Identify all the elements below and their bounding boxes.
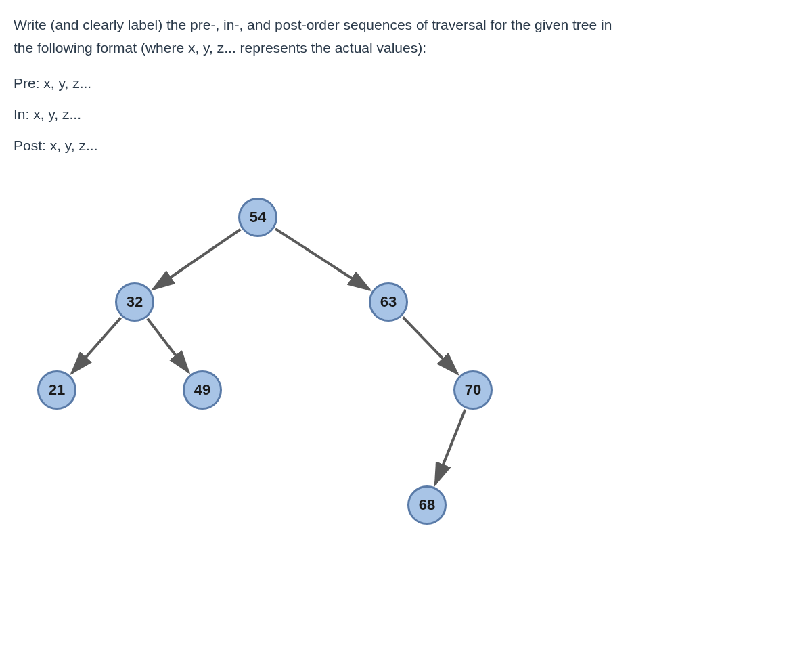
tree-diagram: 54326321497068 [20, 194, 528, 560]
tree-edge [72, 318, 121, 373]
question-line1: Write (and clearly label) the pre-, in-,… [14, 17, 612, 32]
tree-edge [403, 318, 457, 374]
tree-edge [148, 319, 189, 372]
format-post: Post: x, y, z... [14, 137, 798, 154]
tree-node-32: 32 [115, 282, 154, 322]
tree-node-70: 70 [453, 370, 493, 410]
format-pre: Pre: x, y, z... [14, 75, 798, 91]
tree-node-68: 68 [407, 485, 447, 525]
tree-node-63: 63 [369, 282, 408, 322]
question-line2: the following format (where x, y, z... r… [14, 40, 426, 56]
tree-node-54: 54 [238, 198, 277, 237]
question-paragraph: Write (and clearly label) the pre-, in-,… [14, 14, 798, 59]
tree-node-49: 49 [183, 370, 222, 410]
tree-edge [153, 230, 240, 290]
tree-edge [435, 410, 465, 485]
format-in: In: x, y, z... [14, 106, 798, 123]
tree-edge [275, 229, 369, 290]
tree-node-21: 21 [37, 370, 76, 410]
